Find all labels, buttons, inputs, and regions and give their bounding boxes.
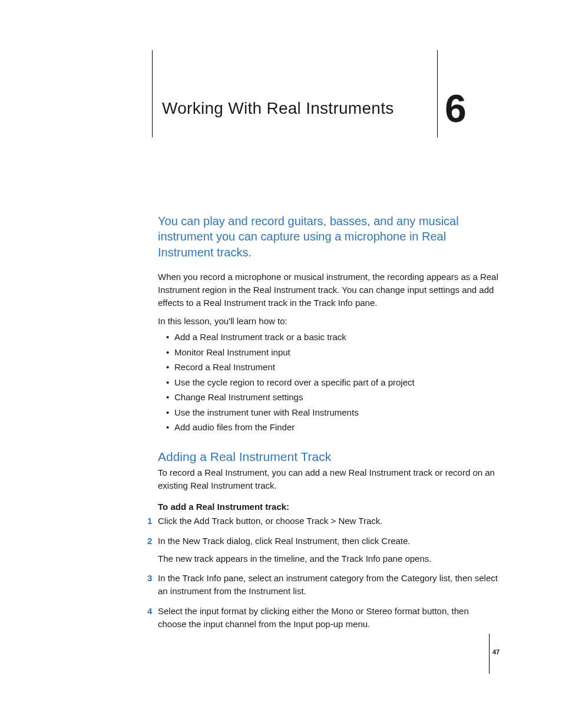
chapter-number: 6: [445, 86, 465, 131]
list-item: Record a Real Instrument: [166, 360, 496, 375]
step-item: In the New Track dialog, click Real Inst…: [158, 535, 500, 565]
section-heading: Adding a Real Instrument Track: [158, 450, 331, 464]
list-item: Use the instrument tuner with Real Instr…: [166, 405, 496, 420]
step-text: In the Track Info pane, select an instru…: [158, 573, 498, 596]
step-text: In the New Track dialog, click Real Inst…: [158, 536, 411, 546]
intro-body: When you record a microphone or musical …: [158, 271, 500, 309]
list-item: Add a Real Instrument track or a basic t…: [166, 330, 496, 345]
step-item: In the Track Info pane, select an instru…: [158, 572, 500, 598]
page: Working With Real Instruments 6 You can …: [0, 0, 562, 728]
list-item: Change Real Instrument settings: [166, 390, 496, 405]
step-followup: The new track appears in the timeline, a…: [158, 552, 500, 565]
page-number: 47: [492, 648, 500, 655]
step-item: Select the input format by clicking eith…: [158, 605, 500, 631]
steps-list: Click the Add Track button, or choose Tr…: [158, 515, 500, 637]
section-subhead: To add a Real Instrument track:: [158, 502, 289, 512]
list-item: Add audio files from the Finder: [166, 420, 496, 435]
header-rule-right: [437, 50, 438, 137]
footer-rule: [489, 634, 490, 674]
intro-summary: You can play and record guitars, basses,…: [158, 213, 500, 260]
header-rule-left: [152, 50, 153, 137]
chapter-title: Working With Real Instruments: [162, 99, 394, 118]
lesson-bullets: Add a Real Instrument track or a basic t…: [166, 330, 496, 435]
list-item: Use the cycle region to record over a sp…: [166, 375, 496, 390]
step-text: Select the input format by clicking eith…: [158, 606, 469, 629]
list-item: Monitor Real Instrument input: [166, 345, 496, 360]
step-text: Click the Add Track button, or choose Tr…: [158, 516, 382, 526]
section-lead: To record a Real Instrument, you can add…: [158, 466, 500, 492]
step-item: Click the Add Track button, or choose Tr…: [158, 515, 500, 528]
lesson-lead: In this lesson, you'll learn how to:: [158, 315, 500, 328]
